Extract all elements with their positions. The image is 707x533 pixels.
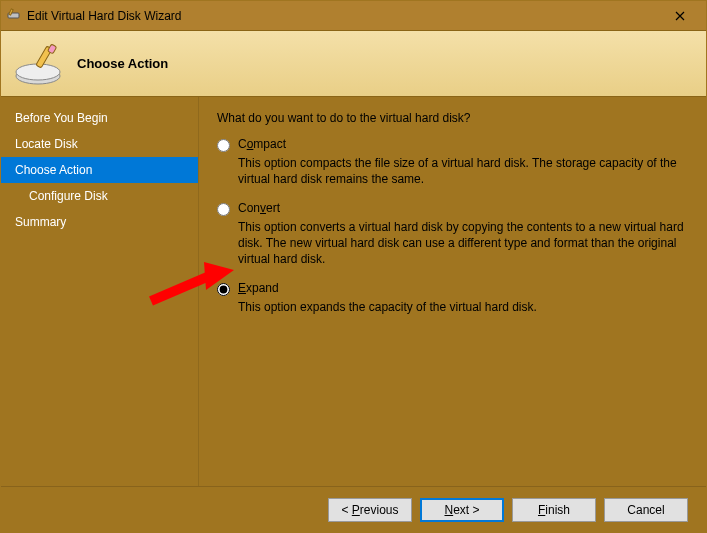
step-summary[interactable]: Summary (1, 209, 198, 235)
radio-compact[interactable] (217, 139, 230, 152)
window-title: Edit Virtual Hard Disk Wizard (7, 6, 660, 25)
radio-convert[interactable] (217, 203, 230, 216)
wizard-icon (11, 44, 61, 84)
option-convert-label[interactable]: Convert (238, 201, 688, 215)
titlebar: Edit Virtual Hard Disk Wizard (1, 1, 706, 31)
prompt-text: What do you want to do to the virtual ha… (217, 111, 688, 125)
close-button[interactable] (660, 2, 700, 30)
window-title-text: Edit Virtual Hard Disk Wizard (27, 9, 182, 23)
option-convert: Convert This option converts a virtual h… (217, 201, 688, 267)
option-compact-desc: This option compacts the file size of a … (238, 155, 688, 187)
wizard-window: Edit Virtual Hard Disk Wizard Choose Act… (0, 0, 707, 533)
app-icon (7, 6, 23, 25)
finish-button[interactable]: Finish (512, 498, 596, 522)
option-expand-label[interactable]: Expand (238, 281, 537, 295)
wizard-sidebar: Before You Begin Locate Disk Choose Acti… (1, 97, 199, 486)
option-convert-desc: This option converts a virtual hard disk… (238, 219, 688, 267)
content-area: Before You Begin Locate Disk Choose Acti… (1, 97, 706, 486)
option-expand: Expand This option expands the capacity … (217, 281, 688, 315)
step-configure-disk[interactable]: Configure Disk (1, 183, 198, 209)
step-before-you-begin[interactable]: Before You Begin (1, 105, 198, 131)
cancel-button[interactable]: Cancel (604, 498, 688, 522)
option-expand-desc: This option expands the capacity of the … (238, 299, 537, 315)
previous-button[interactable]: < Previous (328, 498, 412, 522)
radio-expand[interactable] (217, 283, 230, 296)
banner: Choose Action (1, 31, 706, 97)
banner-heading: Choose Action (77, 56, 168, 71)
option-compact: Compact This option compacts the file si… (217, 137, 688, 187)
step-locate-disk[interactable]: Locate Disk (1, 131, 198, 157)
main-panel: What do you want to do to the virtual ha… (199, 97, 706, 486)
wizard-footer: < Previous Next > Finish Cancel (1, 486, 706, 532)
step-choose-action[interactable]: Choose Action (1, 157, 198, 183)
next-button[interactable]: Next > (420, 498, 504, 522)
option-compact-label[interactable]: Compact (238, 137, 688, 151)
